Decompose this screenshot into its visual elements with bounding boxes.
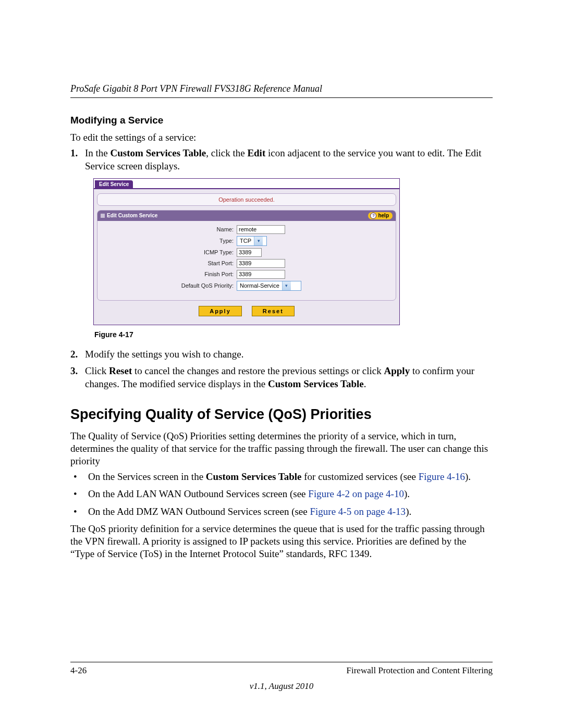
list-body: Click Reset to cancel the changes and re…	[85, 365, 493, 390]
bullet-list: • On the Services screen in the Custom S…	[70, 470, 493, 519]
figure-link[interactable]: Figure 4-5 on page 4-13	[310, 506, 406, 517]
list-body: Modify the settings you wish to change.	[85, 348, 493, 361]
doc-version: v1.1, August 2010	[70, 681, 493, 692]
list-item: • On the Add DMZ WAN Outbound Services s…	[70, 505, 493, 519]
chapter-title: Firewall Protection and Content Filterin…	[347, 665, 493, 676]
qos-priority-label: Default QoS Priority:	[101, 282, 237, 289]
icmp-type-input[interactable]	[237, 248, 262, 257]
chevron-down-icon: ▾	[282, 281, 291, 290]
bullet-icon: •	[70, 470, 88, 484]
start-port-input[interactable]	[237, 259, 285, 268]
running-header: ProSafe Gigabit 8 Port VPN Firewall FVS3…	[70, 83, 493, 98]
figure-link[interactable]: Figure 4-16	[419, 471, 465, 482]
chevron-down-icon: ▾	[254, 237, 263, 245]
page-footer: 4-26 Firewall Protection and Content Fil…	[70, 662, 493, 692]
panel-title: Edit Custom Service	[107, 213, 157, 218]
icmp-type-label: ICMP Type:	[101, 249, 237, 255]
page-number: 4-26	[70, 665, 87, 676]
list-number: 3.	[70, 365, 85, 390]
list-item: • On the Services screen in the Custom S…	[70, 470, 493, 484]
apply-button[interactable]: Apply	[199, 306, 242, 316]
figure-caption: Figure 4-17	[94, 330, 493, 339]
help-icon: ?	[370, 213, 376, 219]
list-body: In the Custom Services Table, click the …	[85, 147, 493, 172]
page: ProSafe Gigabit 8 Port VPN Firewall FVS3…	[0, 0, 563, 728]
list-item: • On the Add LAN WAN Outbound Services s…	[70, 487, 493, 501]
tab-bar: Edit Service	[94, 179, 399, 189]
list-number: 1.	[70, 147, 85, 172]
type-label: Type:	[101, 238, 237, 244]
finish-port-label: Finish Port:	[101, 271, 237, 277]
finish-port-input[interactable]	[237, 270, 285, 279]
type-select[interactable]: TCP ▾	[237, 236, 267, 246]
name-input[interactable]	[237, 225, 285, 234]
edit-custom-service-panel: Edit Custom Service ? help Name:	[97, 210, 396, 301]
bullet-icon: •	[70, 487, 88, 501]
start-port-label: Start Port:	[101, 260, 237, 266]
panel-toggle-icon[interactable]	[101, 214, 105, 218]
paragraph: The QoS priority definition for a servic…	[70, 523, 493, 561]
help-button[interactable]: ? help	[368, 212, 393, 219]
qos-priority-select[interactable]: Normal-Service ▾	[237, 281, 301, 291]
edit-service-screenshot: Edit Service Operation succeeded. Edit C…	[93, 178, 400, 325]
list-item: 3. Click Reset to cancel the changes and…	[70, 365, 493, 390]
name-label: Name:	[101, 226, 237, 232]
intro-text: To edit the settings of a service:	[70, 131, 493, 144]
list-item: 1. In the Custom Services Table, click t…	[70, 147, 493, 172]
ordered-list: 1. In the Custom Services Table, click t…	[70, 147, 493, 172]
bullet-icon: •	[70, 505, 88, 519]
paragraph: The Quality of Service (QoS) Priorities …	[70, 430, 493, 468]
reset-button[interactable]: Reset	[252, 306, 295, 316]
status-message: Operation succeeded.	[97, 193, 396, 206]
list-number: 2.	[70, 348, 85, 361]
list-item: 2. Modify the settings you wish to chang…	[70, 348, 493, 361]
tab-edit-service[interactable]: Edit Service	[95, 180, 133, 188]
ordered-list: 2. Modify the settings you wish to chang…	[70, 348, 493, 391]
subsection-heading: Modifying a Service	[70, 115, 493, 126]
figure-link[interactable]: Figure 4-2 on page 4-10	[308, 488, 404, 499]
section-heading: Specifying Quality of Service (QoS) Prio…	[70, 406, 493, 423]
